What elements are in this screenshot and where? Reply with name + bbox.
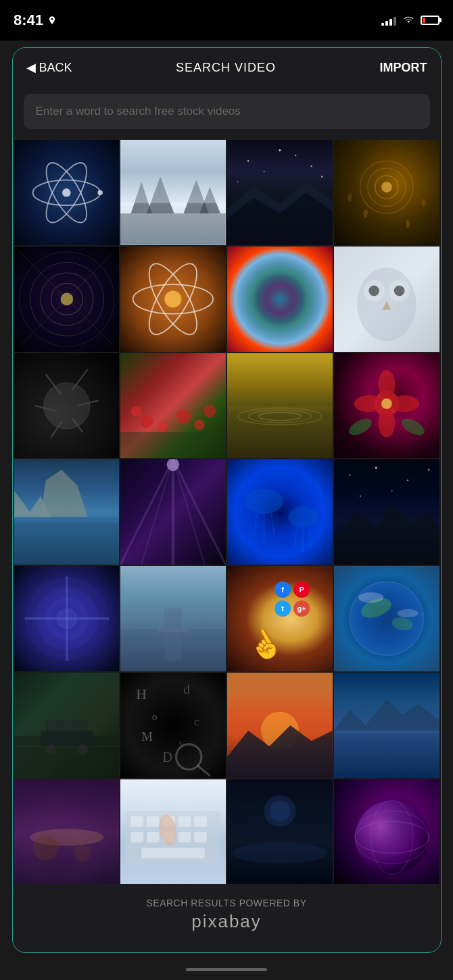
video-thumb[interactable] bbox=[14, 140, 120, 245]
video-thumb[interactable] bbox=[334, 673, 439, 778]
svg-point-55 bbox=[141, 415, 153, 428]
video-thumb[interactable] bbox=[334, 779, 439, 885]
svg-text:D: D bbox=[163, 750, 173, 765]
video-thumb[interactable]: H d o c M y D bbox=[120, 673, 226, 778]
svg-point-57 bbox=[176, 409, 191, 423]
googleplus-icon: g+ bbox=[293, 600, 310, 617]
svg-rect-134 bbox=[334, 730, 439, 777]
thumb-overlay bbox=[120, 140, 226, 245]
thumb-overlay bbox=[120, 353, 226, 459]
video-thumb[interactable] bbox=[120, 459, 226, 565]
video-thumb[interactable] bbox=[14, 247, 120, 352]
thumb-overlay bbox=[227, 247, 333, 352]
svg-point-56 bbox=[158, 421, 168, 432]
search-input[interactable] bbox=[24, 94, 430, 129]
svg-point-94 bbox=[407, 480, 408, 481]
video-thumb[interactable] bbox=[14, 566, 120, 671]
svg-rect-146 bbox=[194, 816, 207, 827]
location-icon bbox=[47, 16, 57, 25]
svg-rect-151 bbox=[194, 831, 207, 842]
svg-rect-119 bbox=[40, 730, 93, 746]
video-thumb[interactable] bbox=[227, 140, 333, 245]
thumb-overlay bbox=[120, 247, 226, 352]
facebook-icon: f bbox=[275, 582, 291, 598]
svg-rect-145 bbox=[178, 816, 191, 827]
svg-point-115 bbox=[397, 609, 418, 617]
video-thumb[interactable] bbox=[120, 140, 226, 245]
svg-point-72 bbox=[346, 415, 375, 438]
status-bar: 8:41 bbox=[0, 0, 453, 41]
svg-point-67 bbox=[378, 369, 395, 399]
svg-rect-61 bbox=[120, 432, 226, 458]
video-thumb[interactable] bbox=[14, 673, 120, 778]
twitter-icon: t bbox=[275, 600, 291, 617]
thumb-overlay bbox=[334, 353, 439, 459]
svg-point-3 bbox=[62, 188, 70, 197]
video-thumb[interactable] bbox=[120, 353, 226, 459]
svg-point-12 bbox=[279, 149, 281, 151]
svg-point-25 bbox=[406, 220, 410, 228]
svg-point-45 bbox=[368, 285, 379, 296]
social-overlay: f P t g+ ☝️ bbox=[227, 566, 333, 671]
svg-rect-109 bbox=[158, 629, 189, 632]
svg-point-114 bbox=[358, 592, 383, 603]
footer: SEARCH RESULTS POWERED BY pixabay bbox=[13, 884, 441, 952]
svg-rect-10 bbox=[120, 140, 226, 203]
svg-point-95 bbox=[428, 469, 429, 471]
video-thumb[interactable] bbox=[227, 459, 333, 565]
svg-point-23 bbox=[381, 182, 392, 192]
video-thumb[interactable] bbox=[334, 459, 439, 565]
svg-point-88 bbox=[288, 507, 318, 527]
svg-point-158 bbox=[355, 800, 429, 874]
video-thumb[interactable] bbox=[334, 353, 439, 459]
video-thumb[interactable]: f P t g+ ☝️ bbox=[227, 566, 333, 671]
svg-point-24 bbox=[363, 209, 367, 217]
svg-point-97 bbox=[360, 496, 361, 497]
svg-rect-152 bbox=[141, 848, 204, 858]
svg-point-120 bbox=[45, 744, 56, 755]
svg-line-91 bbox=[309, 527, 311, 548]
video-thumb[interactable] bbox=[334, 566, 439, 671]
svg-point-121 bbox=[77, 744, 88, 755]
video-thumb[interactable] bbox=[227, 353, 333, 459]
svg-text:o: o bbox=[152, 711, 158, 722]
svg-point-58 bbox=[194, 419, 205, 430]
svg-rect-65 bbox=[227, 405, 333, 458]
video-thumb[interactable] bbox=[14, 459, 120, 565]
video-thumb[interactable] bbox=[227, 779, 333, 885]
svg-point-46 bbox=[394, 285, 405, 296]
wifi-icon bbox=[402, 16, 415, 26]
main-card: ◀ BACK SEARCH VIDEO IMPORT bbox=[12, 47, 442, 953]
video-thumb[interactable] bbox=[227, 247, 333, 352]
svg-text:d: d bbox=[184, 682, 191, 696]
video-thumb[interactable] bbox=[334, 140, 439, 245]
svg-point-26 bbox=[348, 193, 352, 201]
thumb-overlay bbox=[227, 459, 333, 565]
video-thumb[interactable] bbox=[120, 566, 226, 671]
video-thumb[interactable] bbox=[14, 779, 120, 885]
svg-point-16 bbox=[237, 181, 239, 182]
thumb-overlay bbox=[334, 566, 439, 671]
thumb-overlay bbox=[334, 779, 439, 885]
import-button[interactable]: IMPORT bbox=[380, 61, 427, 75]
thumb-overlay bbox=[334, 140, 439, 245]
svg-point-14 bbox=[264, 171, 265, 172]
thumb-overlay bbox=[334, 673, 439, 778]
video-thumb[interactable] bbox=[120, 247, 226, 352]
thumb-overlay bbox=[227, 779, 333, 885]
video-thumb[interactable] bbox=[120, 779, 226, 885]
back-button[interactable]: ◀ BACK bbox=[26, 60, 72, 75]
svg-text:c: c bbox=[194, 715, 199, 728]
svg-point-60 bbox=[131, 405, 142, 416]
svg-point-92 bbox=[349, 475, 350, 476]
svg-point-15 bbox=[295, 155, 296, 156]
video-thumb[interactable] bbox=[227, 673, 333, 778]
svg-rect-136 bbox=[334, 730, 439, 733]
svg-point-139 bbox=[33, 835, 58, 860]
svg-point-70 bbox=[389, 395, 419, 412]
video-thumb[interactable] bbox=[14, 353, 120, 459]
thumb-overlay bbox=[227, 353, 333, 459]
nav-header: ◀ BACK SEARCH VIDEO IMPORT bbox=[13, 48, 441, 87]
video-thumb[interactable] bbox=[334, 247, 439, 352]
thumb-overlay bbox=[14, 247, 120, 352]
